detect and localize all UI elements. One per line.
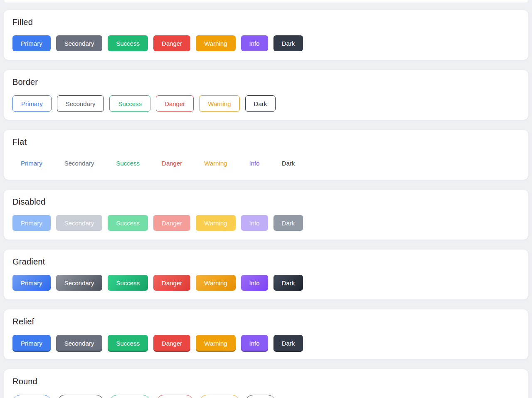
card-filled-buttons: FilledPrimarySecondarySuccessDangerWarni…	[4, 10, 528, 60]
button-gradient-info[interactable]: Info	[241, 275, 268, 291]
card-gradient-buttons: GradientPrimarySecondarySuccessDangerWar…	[4, 250, 528, 299]
button-border-secondary[interactable]: Secondary	[57, 95, 104, 112]
button-round-dark[interactable]: Dark	[245, 395, 276, 398]
button-row-border: PrimarySecondarySuccessDangerWarningDark	[12, 95, 520, 112]
button-border-primary[interactable]: Primary	[12, 95, 52, 112]
button-gradient-success[interactable]: Success	[108, 275, 148, 291]
button-filled-secondary[interactable]: Secondary	[56, 35, 103, 51]
card-round-buttons: RoundPrimarySecondarySuccessDangerWarnin…	[4, 369, 528, 398]
button-row-relief: PrimarySecondarySuccessDangerWarningInfo…	[12, 335, 520, 352]
button-border-dark[interactable]: Dark	[245, 95, 276, 112]
button-showcase-page: FilledPrimarySecondarySuccessDangerWarni…	[0, 10, 532, 398]
button-flat-warning[interactable]: Warning	[196, 155, 235, 171]
button-row-gradient: PrimarySecondarySuccessDangerWarningInfo…	[12, 275, 520, 291]
button-flat-success[interactable]: Success	[108, 155, 148, 171]
button-row-disabled: PrimarySecondarySuccessDangerWarningInfo…	[12, 215, 520, 231]
button-relief-dark[interactable]: Dark	[273, 335, 303, 352]
button-round-success[interactable]: Success	[109, 395, 150, 398]
button-row-round: PrimarySecondarySuccessDangerWarningDark	[12, 395, 520, 398]
button-gradient-warning[interactable]: Warning	[196, 275, 235, 291]
button-relief-danger[interactable]: Danger	[153, 335, 190, 352]
button-round-secondary[interactable]: Secondary	[57, 395, 104, 398]
button-flat-secondary[interactable]: Secondary	[56, 155, 103, 171]
button-round-danger[interactable]: Danger	[156, 395, 194, 398]
button-border-success[interactable]: Success	[109, 95, 150, 112]
button-filled-info[interactable]: Info	[241, 35, 268, 51]
button-relief-primary[interactable]: Primary	[12, 335, 51, 352]
button-relief-warning[interactable]: Warning	[196, 335, 235, 352]
card-disabled-buttons: DisabledPrimarySecondarySuccessDangerWar…	[4, 190, 528, 240]
section-title-relief: Relief	[12, 316, 520, 327]
card-border-buttons: BorderPrimarySecondarySuccessDangerWarni…	[4, 70, 528, 120]
button-flat-dark[interactable]: Dark	[273, 155, 303, 171]
button-disabled-dark: Dark	[273, 215, 303, 231]
button-disabled-warning: Warning	[196, 215, 235, 231]
section-title-disabled: Disabled	[12, 196, 520, 208]
button-disabled-primary: Primary	[12, 215, 51, 231]
section-title-round: Round	[12, 376, 520, 387]
button-filled-danger[interactable]: Danger	[153, 35, 190, 51]
button-disabled-secondary: Secondary	[56, 215, 103, 231]
button-relief-success[interactable]: Success	[108, 335, 148, 352]
button-gradient-primary[interactable]: Primary	[12, 275, 51, 291]
button-gradient-dark[interactable]: Dark	[273, 275, 303, 291]
button-disabled-info: Info	[241, 215, 268, 231]
button-round-warning[interactable]: Warning	[199, 395, 239, 398]
button-row-filled: PrimarySecondarySuccessDangerWarningInfo…	[12, 35, 520, 51]
button-flat-danger[interactable]: Danger	[153, 155, 190, 171]
button-relief-secondary[interactable]: Secondary	[56, 335, 103, 352]
card-relief-buttons: ReliefPrimarySecondarySuccessDangerWarni…	[4, 309, 528, 359]
card-partial-top	[4, 0, 528, 2]
section-title-border: Border	[12, 76, 520, 88]
section-title-filled: Filled	[12, 16, 520, 28]
button-border-warning[interactable]: Warning	[199, 95, 239, 112]
button-filled-dark[interactable]: Dark	[273, 35, 303, 51]
button-border-danger[interactable]: Danger	[156, 95, 194, 112]
card-flat-buttons: FlatPrimarySecondarySuccessDangerWarning…	[4, 130, 528, 180]
button-round-primary[interactable]: Primary	[12, 395, 52, 398]
button-disabled-danger: Danger	[153, 215, 190, 231]
section-title-gradient: Gradient	[12, 256, 520, 267]
button-flat-info[interactable]: Info	[241, 155, 268, 171]
button-filled-success[interactable]: Success	[108, 35, 148, 51]
button-relief-info[interactable]: Info	[241, 335, 268, 352]
section-title-flat: Flat	[12, 136, 520, 148]
button-flat-primary[interactable]: Primary	[12, 155, 51, 171]
button-filled-warning[interactable]: Warning	[196, 35, 235, 51]
button-disabled-success: Success	[108, 215, 148, 231]
button-gradient-secondary[interactable]: Secondary	[56, 275, 103, 291]
button-row-flat: PrimarySecondarySuccessDangerWarningInfo…	[12, 155, 520, 171]
button-filled-primary[interactable]: Primary	[12, 35, 51, 51]
button-gradient-danger[interactable]: Danger	[153, 275, 190, 291]
